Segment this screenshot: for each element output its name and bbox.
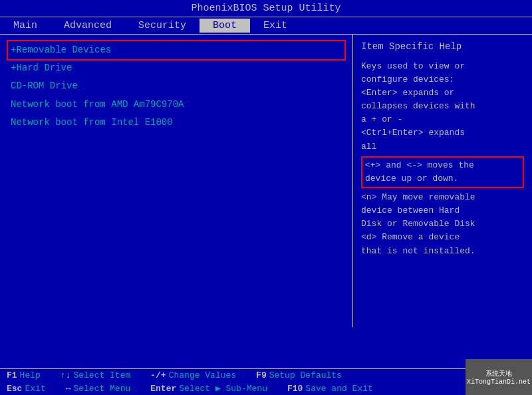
bottom-desc: Save and Exit xyxy=(305,384,372,394)
bottom-key: F1 xyxy=(7,370,17,380)
bottom-desc: Select Item xyxy=(73,370,130,380)
menu-item-advanced[interactable]: Advanced xyxy=(51,19,125,33)
bottom-desc: Setup Defaults xyxy=(269,370,342,380)
bottom-key: Enter xyxy=(150,384,176,394)
left-panel: +Removable Devices+Hard DriveCD-ROM Driv… xyxy=(0,35,352,327)
main-content: +Removable Devices+Hard DriveCD-ROM Driv… xyxy=(0,35,532,327)
boot-item[interactable]: +Removable Devices xyxy=(8,41,344,59)
watermark-line2: XiTongTianDi.net xyxy=(467,378,531,386)
bottom-bar: F1Help↑↓Select Item-/+Change ValuesF9Set… xyxy=(0,368,532,395)
menu-item-main[interactable]: Main xyxy=(0,19,51,33)
bottom-desc: Exit xyxy=(25,384,45,394)
app-title: PhoenixBIOS Setup Utility xyxy=(191,3,340,14)
help-title: Item Specific Help xyxy=(361,40,524,55)
bottom-key: -/+ xyxy=(150,370,166,380)
bottom-desc: Change Values xyxy=(169,370,236,380)
watermark-line1: 系统天地 xyxy=(467,369,531,378)
right-panel: Item Specific Help Keys used to view orc… xyxy=(352,35,532,327)
menu-item-boot[interactable]: Boot xyxy=(200,19,250,33)
bottom-key: ↔ xyxy=(66,384,71,394)
title-bar: PhoenixBIOS Setup Utility xyxy=(0,0,532,17)
help-text-before: Keys used to view orconfigure devices:<E… xyxy=(361,60,524,154)
help-highlight: <+> and <-> moves thedevice up or down. xyxy=(361,156,524,188)
bottom-key: ↑↓ xyxy=(61,370,71,380)
menu-item-security[interactable]: Security xyxy=(125,19,200,33)
boot-item[interactable]: Network boot from Intel E1000 xyxy=(8,114,344,132)
help-text-after: <n> May move removabledevice between Har… xyxy=(361,191,524,258)
bottom-key: Esc xyxy=(7,384,22,394)
boot-item[interactable]: CD-ROM Drive xyxy=(8,77,344,95)
bottom-bar-row1: F1Help↑↓Select Item-/+Change ValuesF9Set… xyxy=(0,369,532,382)
menu-item-exit[interactable]: Exit xyxy=(250,19,301,33)
boot-item[interactable]: Network boot from AMD Am79C970A xyxy=(8,96,344,114)
bottom-bar-row2: EscExit↔Select MenuEnterSelect ▶ Sub-Men… xyxy=(0,382,532,395)
bottom-desc: Help xyxy=(20,370,41,380)
bottom-key: F10 xyxy=(287,384,303,394)
menu-bar: MainAdvancedSecurityBootExit xyxy=(0,17,532,35)
bottom-key: F9 xyxy=(256,370,267,380)
watermark: 系统天地 XiTongTianDi.net xyxy=(466,359,532,395)
boot-item[interactable]: +Hard Drive xyxy=(8,59,344,77)
bottom-desc: Select ▶ Sub-Menu xyxy=(179,383,267,394)
bottom-desc: Select Menu xyxy=(73,384,130,394)
